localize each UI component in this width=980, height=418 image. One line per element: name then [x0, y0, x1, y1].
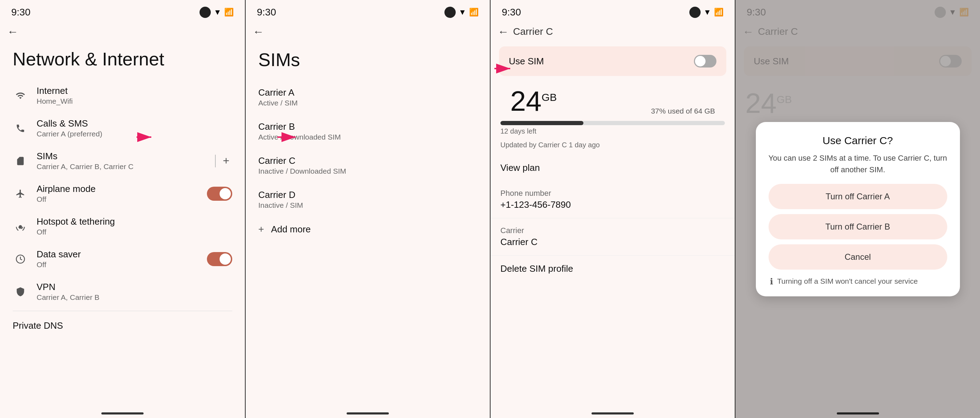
use-sim-toggle-knob	[695, 56, 706, 66]
delete-sim-action[interactable]: Delete SIM profile	[490, 256, 735, 282]
data-progress-fill	[500, 121, 584, 125]
private-dns-label: Private DNS	[13, 320, 232, 331]
airplane-label: Airplane mode	[37, 184, 199, 195]
menu-item-airplane[interactable]: Airplane mode Off	[0, 177, 245, 210]
menu-item-sims[interactable]: SIMs Carrier A, Carrier B, Carrier C +	[0, 144, 245, 177]
calls-sms-text: Calls & SMS Carrier A (preferred)	[37, 118, 232, 138]
internet-sub: Home_Wifi	[37, 97, 232, 106]
status-icons-p1: ▼ 📶	[199, 7, 234, 18]
hotspot-text: Hotspot & tethering Off	[37, 216, 232, 236]
data-days-left: 12 days left	[490, 127, 735, 141]
turn-off-carrier-b-button[interactable]: Turn off Carrier B	[768, 214, 947, 239]
dialog-body: You can use 2 SIMs at a time. To use Car…	[768, 152, 947, 176]
back-row-p1[interactable]: ←	[0, 21, 245, 42]
data-section: 24GB 37% used of 64 GB	[490, 80, 735, 118]
panel-carrier-c: 9:30 ▼ 📶 ← Carrier C Use SIM 24GB 37% us…	[490, 0, 735, 418]
camera-dot-p2	[444, 7, 456, 18]
page-title-p2: SIMs	[246, 42, 490, 80]
info-icon: ℹ	[770, 277, 773, 287]
carrier-c-item[interactable]: Carrier C Inactive / Downloaded SIM	[246, 148, 490, 182]
back-row-p2[interactable]: ←	[246, 21, 490, 42]
wifi-signal-icon-p3: ▼	[703, 8, 711, 17]
carrier-d-name: Carrier D	[258, 190, 477, 200]
camera-dot-p3	[689, 7, 701, 18]
back-arrow-p2[interactable]: ←	[253, 25, 264, 38]
vpn-icon	[13, 284, 28, 299]
hotspot-label: Hotspot & tethering	[37, 216, 232, 227]
menu-item-internet[interactable]: Internet Home_Wifi	[0, 79, 245, 112]
carrier-b-name: Carrier B	[258, 121, 477, 132]
dialog-footer-text: Turning off a SIM won't cancel your serv…	[777, 276, 918, 286]
internet-text: Internet Home_Wifi	[37, 86, 232, 106]
menu-item-hotspot[interactable]: Hotspot & tethering Off	[0, 210, 245, 242]
status-icons-p2: ▼ 📶	[444, 7, 479, 18]
carrier-c-status: Inactive / Downloaded SIM	[258, 167, 477, 176]
add-more-icon: +	[258, 223, 264, 235]
status-time-p3: 9:30	[502, 7, 521, 18]
phone-number-item[interactable]: Phone number +1-123-456-7890	[490, 181, 735, 218]
menu-item-vpn[interactable]: VPN Carrier A, Carrier B	[0, 275, 245, 308]
private-dns-text: Private DNS	[13, 320, 232, 331]
airplane-toggle[interactable]	[207, 187, 232, 201]
phone-number-label: Phone number	[500, 189, 725, 198]
airplane-text: Airplane mode Off	[37, 184, 199, 204]
airplane-icon	[13, 186, 28, 201]
status-bar-p2: 9:30 ▼ 📶	[246, 0, 490, 21]
carrier-b-item[interactable]: Carrier B Active / Downloaded SIM	[246, 114, 490, 148]
vpn-text: VPN Carrier A, Carrier B	[37, 282, 232, 302]
status-bar-p1: 9:30 ▼ 📶	[0, 0, 245, 21]
carrier-a-name: Carrier A	[258, 87, 477, 98]
dialog-footer: ℹ Turning off a SIM won't cancel your se…	[768, 276, 947, 287]
cell-signal-icon-p3: 📶	[714, 8, 724, 17]
back-arrow-p3[interactable]: ←	[498, 25, 509, 38]
carrier-c-name: Carrier C	[258, 155, 477, 166]
dialog-overlay: Use Carrier C? You can use 2 SIMs at a t…	[735, 0, 980, 418]
data-amount-row: 24GB 37% used of 64 GB	[500, 87, 725, 115]
add-more-label: Add more	[271, 224, 311, 235]
use-sim-toggle[interactable]	[694, 55, 716, 68]
internet-label: Internet	[37, 86, 232, 96]
menu-item-private-dns[interactable]: Private DNS	[0, 314, 245, 337]
sims-divider	[215, 155, 216, 167]
datasaver-sub: Off	[37, 261, 199, 269]
menu-item-calls-sms[interactable]: Calls & SMS Carrier A (preferred)	[0, 112, 245, 144]
data-usage-right: 37% used of 64 GB	[651, 107, 715, 115]
carrier-a-item[interactable]: Carrier A Active / SIM	[246, 80, 490, 114]
carrier-a-status: Active / SIM	[258, 99, 477, 107]
view-plan-action[interactable]: View plan	[490, 155, 735, 181]
add-more-row[interactable]: + Add more	[246, 217, 490, 242]
add-sim-button[interactable]: +	[220, 153, 232, 169]
airplane-toggle-knob	[220, 188, 231, 200]
carrier-d-item[interactable]: Carrier D Inactive / SIM	[246, 182, 490, 217]
carrier-b-status: Active / Downloaded SIM	[258, 133, 477, 141]
cancel-button[interactable]: Cancel	[768, 244, 947, 270]
carrier-item[interactable]: Carrier Carrier C	[490, 218, 735, 256]
bottom-bar-p3	[592, 412, 634, 415]
bottom-bar-p1	[101, 412, 143, 415]
turn-off-carrier-a-button[interactable]: Turn off Carrier A	[768, 184, 947, 209]
datasaver-icon	[13, 251, 28, 267]
data-amount: 24GB	[510, 87, 557, 115]
status-time-p2: 9:30	[257, 7, 276, 18]
calls-sms-label: Calls & SMS	[37, 118, 232, 129]
cell-signal-icon-p2: 📶	[469, 8, 479, 17]
use-carrier-dialog: Use Carrier C? You can use 2 SIMs at a t…	[756, 122, 960, 296]
camera-dot-p1	[199, 7, 211, 18]
wifi-icon	[13, 88, 28, 103]
use-sim-label-p3: Use SIM	[509, 56, 544, 67]
menu-item-datasaver[interactable]: Data saver Off	[0, 242, 245, 275]
datasaver-label: Data saver	[37, 249, 199, 260]
panel-sims: 9:30 ▼ 📶 ← SIMs Carrier A Active / SIM C…	[245, 0, 490, 418]
hotspot-sub: Off	[37, 228, 232, 236]
panel-carrier-c-dialog: 9:30 ▼ 📶 ← Carrier C Use SIM 24GB Use Ca…	[735, 0, 980, 418]
carrier-value: Carrier C	[500, 237, 725, 247]
datasaver-toggle[interactable]	[207, 252, 232, 266]
airplane-sub: Off	[37, 195, 199, 204]
panel-network-internet: 9:30 ▼ 📶 ← Network & Internet Internet H…	[0, 0, 245, 418]
carrier-label: Carrier	[500, 226, 725, 235]
back-row-p3[interactable]: ← Carrier C	[490, 21, 735, 42]
back-arrow-p1[interactable]: ←	[7, 25, 18, 38]
carrier-d-status: Inactive / SIM	[258, 201, 477, 209]
page-title-p1: Network & Internet	[0, 42, 245, 79]
sims-right: +	[215, 153, 232, 169]
